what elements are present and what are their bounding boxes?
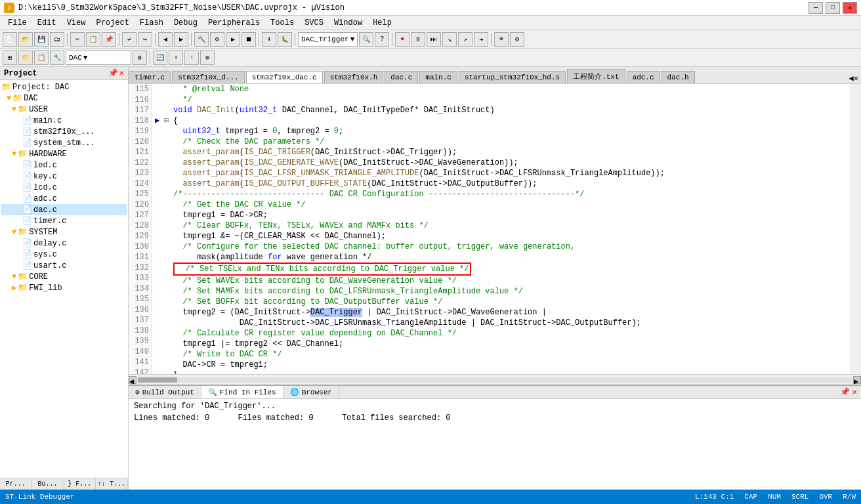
tab-stm32dach[interactable]: stm32f10x_d... (172, 71, 244, 83)
t2-btn3[interactable]: 📋 (34, 51, 49, 65)
menu-item-svcs[interactable]: SVCS (299, 17, 329, 29)
copy-button[interactable]: 📋 (86, 32, 100, 47)
undo-button[interactable]: ↩ (122, 32, 136, 47)
close-button[interactable]: ✕ (843, 2, 857, 14)
rebuild-button[interactable]: ⚙ (210, 32, 224, 47)
bottom-panel-pin[interactable]: 📌 (840, 387, 850, 397)
tree-usartc[interactable]: 📄usart.c (1, 260, 127, 271)
build-button[interactable]: ▶ (226, 32, 240, 47)
t2-green-arrow[interactable]: ⬇ (169, 51, 183, 65)
code-editor[interactable]: * @retval None */void DAC_Init(uint32_t … (152, 84, 850, 374)
tab-scroll-right[interactable]: ✕ (854, 74, 858, 83)
t2-translate-btn[interactable]: 🔄 (153, 51, 167, 65)
scroll-right-btn[interactable]: ▶ (853, 376, 861, 384)
stop-button[interactable]: ⏸ (411, 32, 425, 47)
save-all-button[interactable]: 🗂 (50, 32, 64, 47)
minimize-button[interactable]: — (808, 2, 823, 14)
tree-hardware-folder[interactable]: ▼ 📁 HARDWARE (1, 148, 127, 159)
download-button[interactable]: ⬇ (262, 32, 276, 47)
view-options-button[interactable]: ≡ (494, 32, 509, 47)
menu-item-project[interactable]: Project (91, 17, 134, 29)
start-debug-button[interactable]: 🐛 (278, 32, 292, 47)
tree-dacc[interactable]: 📄dac.c (1, 204, 127, 215)
panel-tab-templates[interactable]: ↑↓ T... (96, 478, 128, 490)
search-button[interactable]: 🔍 (359, 32, 373, 47)
open-button[interactable]: 📂 (18, 32, 33, 47)
dac-trigger-dropdown[interactable]: DAC_Trigger ▼ (298, 32, 358, 47)
menu-item-window[interactable]: Window (329, 17, 368, 29)
menu-item-debug[interactable]: Debug (169, 17, 203, 29)
menu-item-help[interactable]: Help (368, 17, 397, 29)
run-button[interactable]: ● (395, 32, 410, 47)
tree-system-folder[interactable]: ▼ 📁 SYSTEM (1, 226, 127, 238)
t2-btn5[interactable]: ⚙ (133, 51, 147, 65)
save-button[interactable]: 💾 (34, 32, 49, 47)
scroll-left-btn[interactable]: ◀ (129, 376, 136, 384)
tab-stm32h[interactable]: stm32f10x.h (324, 71, 384, 83)
tree-dac-folder[interactable]: ▼ 📁 DAC (1, 93, 127, 104)
tree-lcdc[interactable]: 📄lcd.c (1, 182, 127, 193)
new-file-button[interactable]: 📄 (3, 32, 17, 47)
maximize-button[interactable]: □ (826, 2, 840, 14)
menu-item-view[interactable]: View (62, 17, 91, 29)
tab-timerc[interactable]: timer.c (129, 71, 171, 83)
tree-ledc[interactable]: 📄led.c (1, 159, 127, 171)
t2-btn4[interactable]: 🔧 (50, 51, 64, 65)
panel-tab-functions[interactable]: } F... (64, 478, 96, 490)
tab-adcc[interactable]: adc.c (627, 71, 660, 83)
redo-button[interactable]: ↪ (138, 32, 152, 47)
run-to-cursor-button[interactable]: ↠ (474, 32, 488, 47)
tree-delayc[interactable]: 📄delay.c (1, 238, 127, 249)
nav-back-button[interactable]: ◀ (158, 32, 173, 47)
cut-button[interactable]: ✂ (70, 32, 85, 47)
tree-timerc[interactable]: 📄timer.c (1, 215, 127, 226)
help-button[interactable]: ? (375, 32, 389, 47)
paste-button[interactable]: 📌 (102, 32, 116, 47)
panel-close-button[interactable]: ✕ (119, 68, 124, 78)
tree-core-folder[interactable]: ▼ 📁 CORE (1, 271, 127, 282)
bottom-tab-browser[interactable]: 🌐 Browser (284, 386, 339, 398)
menu-item-edit[interactable]: Edit (32, 17, 62, 29)
tree-keyc[interactable]: 📄key.c (1, 171, 127, 182)
t2-btn1[interactable]: ⊞ (3, 51, 17, 65)
settings-button[interactable]: ⚙ (510, 32, 524, 47)
scroll-track[interactable] (138, 377, 852, 383)
tree-root[interactable]: 📁 Project: DAC (1, 81, 127, 93)
bottom-panel-close[interactable]: ✕ (852, 387, 857, 397)
tab-dacc[interactable]: dac.c (385, 71, 418, 83)
tab-scroll-left[interactable]: ◀ (849, 74, 854, 83)
tree-systemc[interactable]: 📄 system_stm... (1, 137, 127, 148)
scroll-thumb[interactable] (138, 377, 177, 383)
horizontal-scrollbar[interactable]: ◀ ▶ (129, 374, 861, 385)
tab-readme[interactable]: 工程简介.txt (567, 69, 625, 83)
vertical-scrollbar[interactable] (850, 84, 861, 374)
menu-item-peripherals[interactable]: Peripherals (203, 17, 265, 29)
tree-mainc[interactable]: 📄 main.c (1, 115, 127, 126)
step-over-button[interactable]: ⏭ (427, 32, 441, 47)
stop-build-button[interactable]: ⏹ (242, 32, 256, 47)
t2-btn2[interactable]: 📁 (18, 51, 33, 65)
tree-fwi-folder[interactable]: ▶ 📁 FWI_lib (1, 282, 127, 293)
tab-startups[interactable]: startup_stm32f10x_hd.s (459, 71, 566, 83)
menu-item-file[interactable]: File (3, 17, 32, 29)
tab-dach[interactable]: dac.h (662, 71, 695, 83)
step-in-button[interactable]: ↘ (442, 32, 457, 47)
menu-item-flash[interactable]: Flash (135, 17, 169, 29)
bottom-tab-find[interactable]: 🔍 Find In Files (201, 386, 284, 398)
tab-mainc[interactable]: main.c (419, 71, 457, 83)
tab-stm32dacc[interactable]: stm32f10x_dac.c (246, 71, 323, 84)
tree-stm32c[interactable]: 📄 stm32f10x_... (1, 126, 127, 137)
tree-sysc[interactable]: 📄sys.c (1, 249, 127, 260)
target-select[interactable]: DAC ▼ (66, 51, 131, 65)
panel-tab-project[interactable]: Pr... (0, 478, 32, 490)
t2-btn8[interactable]: ⊕ (200, 51, 215, 65)
t2-btn7[interactable]: ⬇ (184, 51, 199, 65)
bottom-tab-build[interactable]: ⚙ Build Output (129, 386, 201, 398)
tree-user-folder[interactable]: ▼ 📁 USER (1, 104, 127, 115)
step-out-button[interactable]: ↗ (458, 32, 472, 47)
nav-forward-button[interactable]: ▶ (174, 32, 188, 47)
panel-tab-build[interactable]: Bu... (32, 478, 64, 490)
menu-item-tools[interactable]: Tools (265, 17, 299, 29)
build-target-button[interactable]: 🔨 (194, 32, 209, 47)
tree-adcc[interactable]: 📄adc.c (1, 193, 127, 204)
